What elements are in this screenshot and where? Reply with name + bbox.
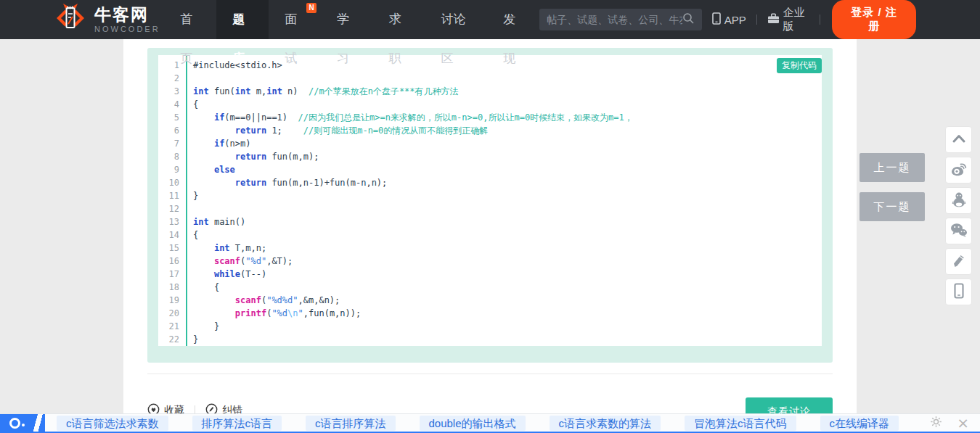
line-number: 22 — [158, 333, 179, 346]
footer-links: c语言筛选法求素数排序算法c语言c语言排序算法double的输出格式c语言求素数… — [57, 416, 899, 431]
footer-link[interactable]: c语言求素数的算法 — [550, 416, 661, 431]
line-number: 9 — [158, 163, 179, 176]
code-panel: 12345678910111213141516171819202122 #inc… — [147, 48, 833, 363]
section-divider — [147, 374, 833, 374]
line-number: 16 — [158, 255, 179, 268]
footer-controls: × — [930, 416, 969, 431]
code-line: while(T--) — [193, 268, 822, 281]
main-content: 12345678910111213141516171819202122 #inc… — [123, 39, 857, 433]
code-line: printf("%d\n",fun(m,n)); — [193, 307, 822, 320]
code-line: if(n>m) — [193, 137, 822, 150]
line-number: 2 — [158, 72, 179, 85]
navbar-right: APP 企业版 登录 / 注册 — [539, 0, 916, 39]
back-to-top-icon — [950, 131, 968, 149]
code-block: 12345678910111213141516171819202122 #inc… — [158, 55, 822, 346]
login-register-button[interactable]: 登录 / 注册 — [832, 0, 916, 39]
footer-link[interactable]: c语言筛选法求素数 — [57, 416, 168, 431]
line-number: 8 — [158, 150, 179, 163]
mobile-icon — [950, 282, 968, 302]
footer-bar: c语言筛选法求素数排序算法c语言c语言排序算法double的输出格式c语言求素数… — [0, 413, 980, 433]
line-number: 3 — [158, 85, 179, 98]
line-number: 13 — [158, 215, 179, 228]
line-number: 15 — [158, 242, 179, 255]
nowcoder-logo[interactable]: 牛客网 NOWCODER — [54, 3, 160, 36]
brand-title: 牛客网 — [94, 7, 160, 23]
code-line: { — [193, 228, 822, 242]
search-icon[interactable] — [682, 12, 695, 28]
close-icon[interactable]: × — [957, 416, 969, 430]
footer-link[interactable]: double的输出格式 — [420, 416, 526, 431]
nav-item-discuss[interactable]: 讨论区 — [425, 0, 488, 39]
enterprise-link[interactable]: 企业版 — [767, 6, 810, 33]
nav-item-job[interactable]: 求职 — [373, 0, 425, 39]
code-line: return fun(m,n-1)+fun(m-n,n); — [193, 176, 822, 189]
footer-link[interactable]: c在线编译器 — [820, 416, 899, 431]
code-line: if(m==0||n==1) //因为我们总是让m>=n来求解的，所以m-n>=… — [193, 111, 822, 124]
copy-code-button[interactable]: 复制代码 — [777, 58, 822, 73]
line-number: 11 — [158, 189, 179, 202]
line-number: 18 — [158, 281, 179, 294]
nav-item-discover[interactable]: 发现 — [487, 0, 539, 39]
footer-link[interactable]: 排序算法c语言 — [192, 416, 282, 431]
code-line: return fun(m,m); — [193, 150, 822, 163]
nav-item-question-bank[interactable]: 题库 — [216, 0, 269, 39]
code-line: { — [193, 98, 822, 111]
enterprise-label: 企业版 — [783, 6, 810, 33]
nowcoder-logo-icon — [54, 3, 87, 36]
code-line: else — [193, 163, 822, 176]
line-number: 10 — [158, 176, 179, 189]
side-toolbar — [945, 126, 972, 305]
mobile-version-button[interactable] — [945, 279, 972, 305]
line-number: 5 — [158, 111, 179, 124]
code-line: scanf("%d",&T); — [193, 255, 822, 268]
code-line: int T,m,n; — [193, 242, 822, 255]
line-number: 4 — [158, 98, 179, 111]
share-qq-button[interactable] — [945, 187, 972, 214]
share-weibo-button[interactable] — [945, 157, 972, 183]
nav-separator — [756, 15, 757, 25]
code-line: int main() — [193, 215, 822, 228]
briefcase-icon — [767, 13, 780, 26]
code-line: } — [193, 320, 822, 333]
line-number: 7 — [158, 137, 179, 150]
back-to-top-button[interactable] — [945, 126, 972, 153]
code-line: return 1; //则可能出现m-n=0的情况从而不能得到正确解 — [193, 124, 822, 137]
line-number: 12 — [158, 202, 179, 215]
footer-link[interactable]: c语言排序算法 — [306, 416, 396, 431]
top-navbar: 牛客网 NOWCODER 首页题库面试N学习求职讨论区发现 APP 企业版 登录… — [0, 0, 980, 39]
prev-question-button[interactable]: 上一题 — [859, 153, 925, 182]
share-wechat-button[interactable] — [945, 218, 972, 244]
nav-separator — [820, 15, 820, 25]
footer-logo[interactable] — [0, 414, 45, 432]
line-number: 6 — [158, 124, 179, 137]
app-link[interactable]: APP — [712, 12, 746, 27]
line-number-gutter: 12345678910111213141516171819202122 — [158, 55, 187, 346]
line-number: 21 — [158, 320, 179, 333]
mobile-app-icon — [712, 12, 721, 27]
code-line: } — [193, 333, 822, 346]
code-line: int fun(int m,int n) //m个苹果放在n个盘子***有几种方… — [193, 85, 822, 98]
wechat-icon — [950, 221, 968, 242]
code-lines: #include<stdio.h>int fun(int m,int n) //… — [187, 55, 822, 346]
line-number: 14 — [158, 228, 179, 242]
line-number: 19 — [158, 294, 179, 307]
footer-logo-ring — [9, 418, 20, 429]
feedback-edit-button[interactable] — [945, 248, 972, 275]
qq-icon — [950, 191, 968, 211]
new-badge: N — [306, 3, 317, 13]
nav-item-interview[interactable]: 面试N — [269, 0, 321, 39]
edit-icon — [950, 252, 968, 272]
code-line: scanf("%d%d",&m,&n); — [193, 294, 822, 307]
gear-icon[interactable] — [930, 416, 942, 431]
line-number: 17 — [158, 268, 179, 281]
brand-subtitle: NOWCODER — [94, 25, 160, 33]
search-input[interactable] — [547, 14, 682, 25]
search-box[interactable] — [539, 9, 702, 30]
line-number: 1 — [158, 59, 179, 72]
nav-item-learn[interactable]: 学习 — [321, 0, 373, 39]
code-line: } — [193, 189, 822, 202]
weibo-icon — [950, 160, 968, 181]
nav-item-home[interactable]: 首页 — [165, 0, 217, 39]
footer-link[interactable]: 冒泡算法c语言代码 — [685, 416, 796, 431]
next-question-button[interactable]: 下一题 — [859, 192, 925, 221]
